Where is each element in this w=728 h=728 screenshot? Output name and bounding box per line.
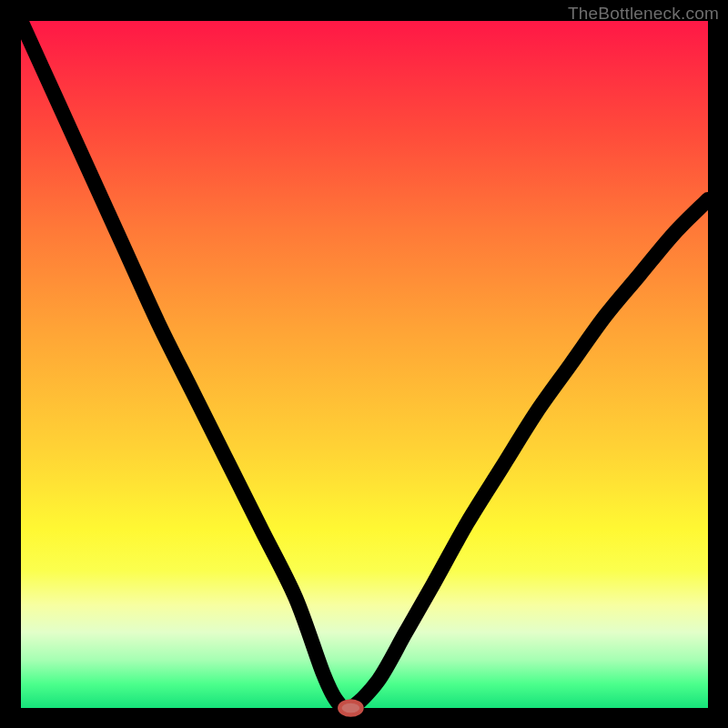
bottleneck-curve (21, 21, 708, 709)
plot-area (21, 21, 708, 708)
chart-frame: TheBottleneck.com (0, 0, 728, 728)
curve-svg (21, 21, 708, 708)
minimum-marker (339, 701, 361, 714)
